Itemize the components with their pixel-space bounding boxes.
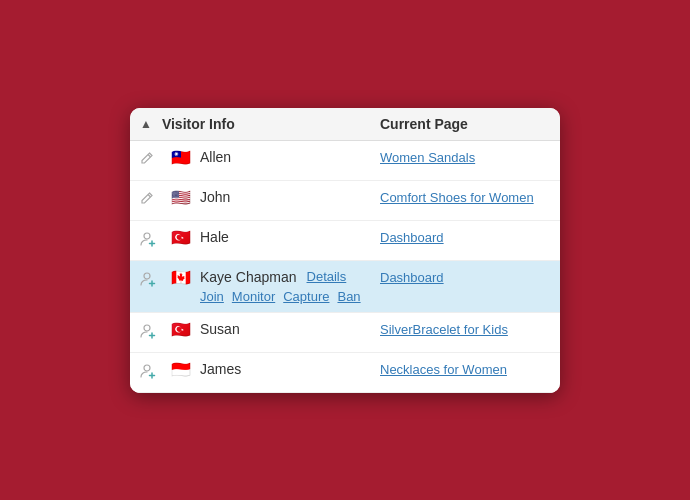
visitor-action-links: JoinMonitorCaptureBan: [200, 289, 380, 304]
svg-point-9: [144, 365, 150, 371]
table-row: 🇹🇼AllenWomen Sandals: [130, 141, 560, 181]
svg-point-3: [144, 273, 150, 279]
user-add-icon: [140, 269, 164, 290]
country-flag: 🇹🇼: [170, 150, 192, 166]
country-flag: 🇹🇷: [170, 230, 192, 246]
country-flag: 🇨🇦: [170, 270, 192, 286]
action-monitor[interactable]: Monitor: [232, 289, 275, 304]
page-link[interactable]: Dashboard: [380, 270, 444, 285]
current-page-col: Women Sandals: [380, 149, 550, 165]
country-flag: 🇹🇷: [170, 322, 192, 338]
user-add-icon: [140, 361, 164, 382]
action-capture[interactable]: Capture: [283, 289, 329, 304]
current-page-col: Necklaces for Women: [380, 361, 550, 377]
table-row: 🇮🇩JamesNecklaces for Women: [130, 353, 560, 393]
edit-icon: [140, 149, 164, 168]
action-ban[interactable]: Ban: [337, 289, 360, 304]
table-row: 🇨🇦Kaye ChapmanDetailsJoinMonitorCaptureB…: [130, 261, 560, 313]
visitor-info-col: James: [200, 361, 380, 377]
current-page-header: Current Page: [380, 116, 550, 132]
visitor-list: 🇹🇼AllenWomen Sandals🇺🇸JohnComfort Shoes …: [130, 141, 560, 393]
visitor-info-col: Susan: [200, 321, 380, 337]
visitor-name: Susan: [200, 321, 240, 337]
visitor-name: James: [200, 361, 241, 377]
visitor-info-col: Hale: [200, 229, 380, 245]
svg-point-0: [144, 233, 150, 239]
visitor-info-col: Allen: [200, 149, 380, 165]
svg-point-6: [144, 325, 150, 331]
visitor-name: John: [200, 189, 230, 205]
current-page-col: Comfort Shoes for Women: [380, 189, 550, 205]
visitor-info-header: Visitor Info: [162, 116, 380, 132]
visitor-name: Allen: [200, 149, 231, 165]
page-link[interactable]: Necklaces for Women: [380, 362, 507, 377]
current-page-col: Dashboard: [380, 229, 550, 245]
country-flag: 🇺🇸: [170, 190, 192, 206]
country-flag: 🇮🇩: [170, 362, 192, 378]
page-link[interactable]: SilverBracelet for Kids: [380, 322, 508, 337]
current-page-col: Dashboard: [380, 269, 550, 285]
edit-icon: [140, 189, 164, 208]
visitor-name: Hale: [200, 229, 229, 245]
action-join[interactable]: Join: [200, 289, 224, 304]
table-row: 🇹🇷HaleDashboard: [130, 221, 560, 261]
current-page-col: SilverBracelet for Kids: [380, 321, 550, 337]
page-link[interactable]: Comfort Shoes for Women: [380, 190, 534, 205]
visitor-info-col: Kaye ChapmanDetailsJoinMonitorCaptureBan: [200, 269, 380, 304]
user-add-icon: [140, 229, 164, 250]
sort-arrow[interactable]: ▲: [140, 117, 152, 131]
table-row: 🇺🇸JohnComfort Shoes for Women: [130, 181, 560, 221]
page-link[interactable]: Women Sandals: [380, 150, 475, 165]
table-row: 🇹🇷SusanSilverBracelet for Kids: [130, 313, 560, 353]
visitor-info-col: John: [200, 189, 380, 205]
page-link[interactable]: Dashboard: [380, 230, 444, 245]
visitor-name: Kaye Chapman: [200, 269, 297, 285]
details-link[interactable]: Details: [307, 269, 347, 284]
user-add-icon: [140, 321, 164, 342]
panel-header: ▲ Visitor Info Current Page: [130, 108, 560, 141]
visitor-panel: ▲ Visitor Info Current Page 🇹🇼AllenWomen…: [130, 108, 560, 393]
